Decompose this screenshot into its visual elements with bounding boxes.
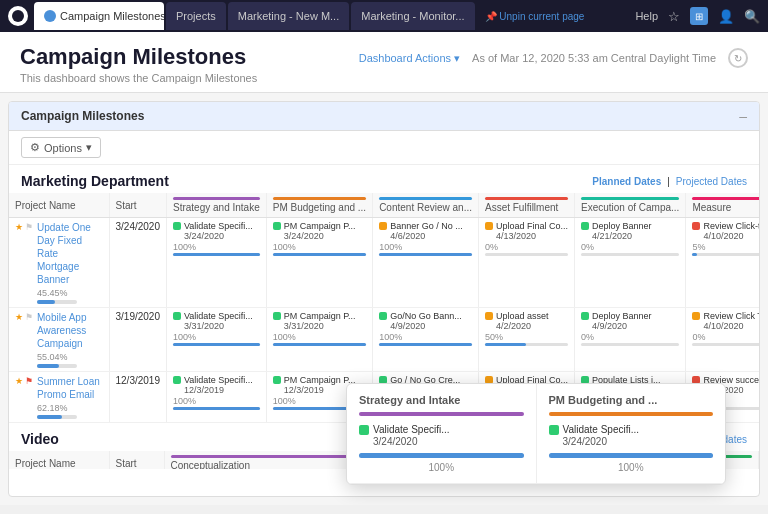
grid-icon[interactable]: ⊞ [690,7,708,25]
phase-task-cell[interactable]: Upload asset 4/2/2020 50% [478,308,574,372]
phase-task-cell[interactable]: Deploy Banner 4/21/2020 0% [575,218,686,308]
star-icon[interactable]: ★ [15,376,23,386]
col-header-strategy: Strategy and Intake [167,193,267,218]
task-date: 3/24/2020 [284,231,356,241]
phase-task-cell[interactable]: PM Campaign P... 3/31/2020 100% [266,308,372,372]
tab-campaign-milestones[interactable]: Campaign Milestones ✕ [34,2,164,30]
task-status-dot [379,222,387,230]
project-start-date: 3/19/2020 [109,308,167,372]
project-link[interactable]: Summer Loan Promo Email [37,375,103,401]
task-progress-fill [273,253,366,256]
task-percent: 5% [692,242,759,252]
project-name-cell: ★ ⚑ Mobile App Awareness Campaign 55.04% [9,308,109,372]
task-date: 4/2/2020 [496,321,549,331]
minimize-icon[interactable]: – [739,108,747,124]
task-percent: 100% [173,396,260,406]
page-subtitle: This dashboard shows the Campaign Milest… [20,72,257,84]
task-progress-fill [379,253,472,256]
col-header-execution: Execution of Campa... [575,193,686,218]
tooltip-pm-task-name: Validate Specifi... [563,424,640,435]
tab-marketing-new[interactable]: Marketing - New M... [228,2,349,30]
options-button[interactable]: ⚙ Options ▾ [21,137,101,158]
widget-title: Campaign Milestones [21,109,144,123]
task-percent: 0% [692,332,759,342]
star-icon[interactable]: ☆ [668,9,680,24]
task-status-dot [173,376,181,384]
task-percent: 100% [379,332,472,342]
task-name: PM Campaign P... [284,221,356,231]
task-name: Validate Specifi... [184,221,253,231]
tab-icon [44,10,56,22]
task-name: Review Click Th... [703,311,759,321]
task-status-dot [485,312,493,320]
project-start-date: 3/24/2020 [109,218,167,308]
flag-icon[interactable]: ⚑ [25,222,33,232]
project-percent: 62.18% [37,403,103,413]
task-percent: 0% [581,332,679,342]
phase-task-cell[interactable]: Upload Final Co... 4/13/2020 0% [478,218,574,308]
flag-icon[interactable]: ⚑ [25,376,33,386]
tooltip-pm-pct: 100% [549,462,714,473]
phase-task-cell[interactable]: Validate Specifi... 3/24/2020 100% [167,218,267,308]
project-name-cell: ★ ⚑ Update One Day Fixed Rate Mortgage B… [9,218,109,308]
task-date: 4/6/2020 [390,231,463,241]
phase-task-cell[interactable]: Validate Specifi... 12/3/2019 100% [167,372,267,423]
star-icon[interactable]: ★ [15,312,23,322]
task-date: 4/9/2020 [390,321,462,331]
date-type-toggle: Planned Dates | Projected Dates [592,176,747,187]
tab-projects[interactable]: Projects [166,2,226,30]
phase-task-cell[interactable]: Deploy Banner 4/9/2020 0% [575,308,686,372]
col-header-asset: Asset Fulfillment [478,193,574,218]
task-percent: 0% [485,242,568,252]
task-progress-fill [485,343,527,346]
task-date: 4/10/2020 [703,321,759,331]
task-percent: 100% [173,242,260,252]
col-header-start: Start [109,193,167,218]
task-date: 4/21/2020 [592,231,652,241]
col-header-content: Content Review an... [373,193,479,218]
refresh-button[interactable]: ↻ [728,48,748,68]
user-icon[interactable]: 👤 [718,9,734,24]
video-col-project-name: Project Name [9,451,109,469]
task-percent: 100% [379,242,472,252]
page-header: Campaign Milestones This dashboard shows… [0,32,768,93]
tooltip-header: Strategy and Intake Validate Specifi... … [347,384,725,484]
tooltip-strategy-progress-fill [359,453,524,458]
flag-icon[interactable]: ⚑ [25,312,33,322]
phase-task-cell[interactable]: Go/No Go Bann... 4/9/2020 100% [373,308,479,372]
phase-task-cell[interactable]: Review Click Th... 4/10/2020 0% [686,308,759,372]
task-date: 4/10/2020 [703,231,759,241]
phase-tooltip: Strategy and Intake Validate Specifi... … [346,383,726,485]
table-row: ★ ⚑ Mobile App Awareness Campaign 55.04%… [9,308,759,372]
tooltip-task-date: 3/24/2020 [373,436,450,447]
task-name: Upload asset [496,311,549,321]
tab-label: Marketing - Monitor... [361,10,464,22]
dashboard-actions-button[interactable]: Dashboard Actions ▾ [359,52,460,65]
col-header-measure: Measure [686,193,759,218]
project-link[interactable]: Update One Day Fixed Rate Mortgage Banne… [37,221,103,286]
planned-dates-link[interactable]: Planned Dates [592,176,661,187]
phase-task-cell[interactable]: Banner Go / No ... 4/6/2020 100% [373,218,479,308]
task-progress-fill [273,343,366,346]
projected-dates-link[interactable]: Projected Dates [676,176,747,187]
project-link[interactable]: Mobile App Awareness Campaign [37,311,103,350]
search-icon[interactable]: 🔍 [744,9,760,24]
chevron-down-icon: ▾ [86,141,92,154]
marketing-section-header: Marketing Department Planned Dates | Pro… [9,165,759,193]
task-name: Deploy Banner [592,311,652,321]
phase-task-cell[interactable]: PM Campaign P... 3/24/2020 100% [266,218,372,308]
task-name: PM Campaign P... [284,311,356,321]
phase-task-cell[interactable]: Validate Specifi... 3/31/2020 100% [167,308,267,372]
task-status-dot [273,222,281,230]
phase-task-cell[interactable]: Review Click-th... 4/10/2020 5% [686,218,759,308]
col-header-project-name: Project Name [9,193,109,218]
tooltip-pm-task-date: 3/24/2020 [563,436,640,447]
task-name: Validate Specifi... [184,311,253,321]
tab-marketing-monitor[interactable]: Marketing - Monitor... [351,2,474,30]
tooltip-strategy-bar [359,412,524,416]
unpin-page-link[interactable]: 📌 Unpin current page [485,11,585,22]
task-percent: 100% [273,242,366,252]
help-link[interactable]: Help [635,10,658,22]
star-icon[interactable]: ★ [15,222,23,232]
col-header-pm: PM Budgeting and ... [266,193,372,218]
